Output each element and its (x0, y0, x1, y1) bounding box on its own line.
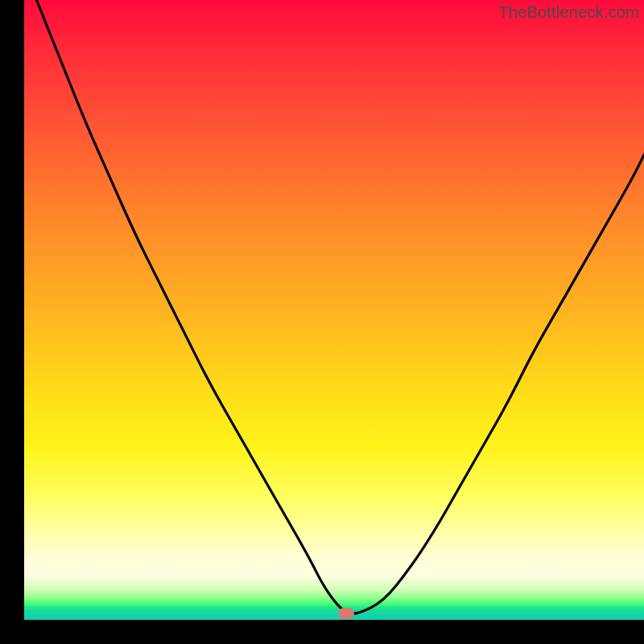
plot-area: TheBottleneck.com (24, 0, 644, 620)
optimal-marker (338, 608, 354, 619)
watermark-text: TheBottleneck.com (498, 3, 639, 22)
bottleneck-curve (24, 0, 644, 620)
chart-frame: TheBottleneck.com (0, 0, 644, 644)
